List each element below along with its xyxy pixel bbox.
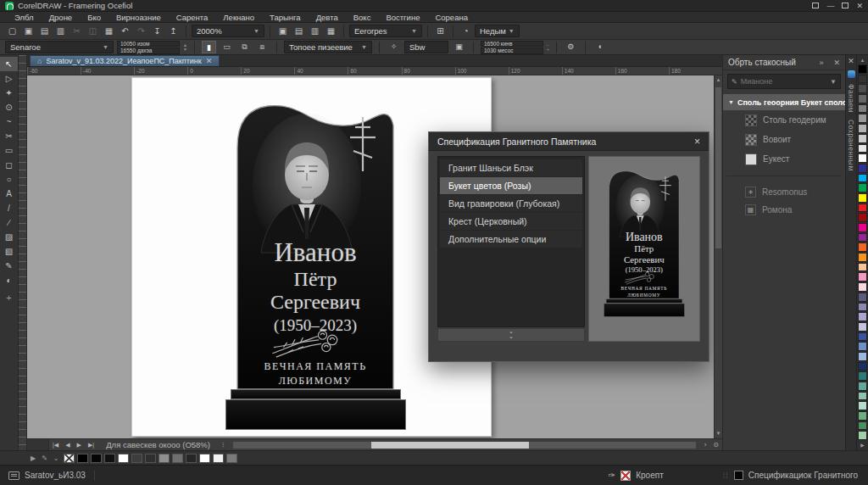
palette-color-swatch[interactable] xyxy=(858,303,867,312)
list-scroll-down-button[interactable]: ⌄ ⌄ xyxy=(437,328,585,342)
specification-list-item[interactable]: Крест (Церковный) xyxy=(440,213,582,230)
palette-color-swatch[interactable] xyxy=(858,282,867,292)
menu-item[interactable]: Бко xyxy=(80,13,108,22)
window-layout-icon[interactable]: ⊞ xyxy=(433,25,448,38)
page-nav-button[interactable]: |◀ xyxy=(49,442,62,449)
tool-icon[interactable]: ▨ xyxy=(0,230,18,244)
tray-color-swatch[interactable] xyxy=(118,454,129,463)
horizontal-scroll-thumb[interactable] xyxy=(371,442,529,449)
tool-icon[interactable]: ⊙ xyxy=(0,100,18,114)
tool-icon[interactable]: ▷ xyxy=(0,71,18,86)
toolbar-icon[interactable]: ✂ xyxy=(70,25,84,38)
scroll-up-icon[interactable]: ▲ xyxy=(715,75,722,85)
palette-color-swatch[interactable] xyxy=(858,75,867,84)
pages-button[interactable]: ⧈ xyxy=(255,41,270,53)
palette-color-swatch[interactable] xyxy=(858,242,867,252)
expand-arrow-icon[interactable]: ▼ xyxy=(728,99,734,105)
palette-color-swatch[interactable] xyxy=(858,401,867,410)
outline-status[interactable]: ✑ Кроепт xyxy=(609,471,664,481)
palette-color-swatch[interactable] xyxy=(858,134,867,143)
document-tab[interactable]: ⌂ Saratov_v_91.03.2022_ИеапоеПС_Пакптинк… xyxy=(30,55,220,66)
tool-icon[interactable]: ✎ xyxy=(0,259,18,273)
tool-icon[interactable]: / xyxy=(0,201,18,215)
view-mode-icon[interactable]: ▦ xyxy=(324,25,338,38)
portrait-page-button[interactable]: ▮ xyxy=(202,41,216,53)
dialog-title-bar[interactable]: Спецификация Гранитного Памятника × xyxy=(429,132,709,151)
settings-gear-icon[interactable]: ⚙ xyxy=(564,41,578,53)
width-field[interactable]: 16500 кинв xyxy=(481,41,543,47)
tray-expand-icon[interactable]: ▶ xyxy=(29,454,37,462)
tool-icon[interactable]: A xyxy=(0,187,18,201)
menu-item[interactable]: Тарынга xyxy=(262,13,309,22)
toolbar-icon[interactable]: ↶ xyxy=(118,25,132,38)
tool-icon[interactable]: ∕ xyxy=(0,215,18,230)
palette-color-swatch[interactable] xyxy=(858,94,867,103)
tool-icon[interactable]: ◐ xyxy=(0,273,18,287)
toolbar-icon[interactable]: ▣ xyxy=(21,25,36,38)
palette-color-swatch[interactable] xyxy=(858,144,867,153)
add-tool-button[interactable]: + xyxy=(0,291,18,305)
palette-color-swatch[interactable] xyxy=(858,203,867,213)
palette-scroll-up-icon[interactable]: ▲ xyxy=(858,56,867,64)
toolbar-icon[interactable]: ▤ xyxy=(37,25,52,38)
height-field[interactable]: 1030 месос xyxy=(481,47,543,54)
tray-color-swatch[interactable] xyxy=(226,454,237,463)
docker-search[interactable]: ✎ ▼ xyxy=(727,74,841,89)
launcher-select[interactable]: Недым ▼ xyxy=(475,25,520,37)
zoom-level-select[interactable]: 2000% ▼ xyxy=(192,25,264,37)
docker-side-tab[interactable]: Фанаем xyxy=(847,84,855,113)
page-preset-select[interactable]: Senaroe ▼ xyxy=(5,41,114,53)
minimize-button[interactable]: — xyxy=(826,2,834,10)
palette-color-swatch[interactable] xyxy=(858,233,867,242)
chevron-down-icon[interactable]: ⌄ xyxy=(52,454,61,462)
palette-color-swatch[interactable] xyxy=(858,411,867,421)
lock-ratio-icon[interactable]: ▣ xyxy=(452,41,466,53)
monument-design[interactable]: Иванов Пётр Сергеевич (1950–2023) ВЕЧНАЯ… xyxy=(225,97,406,430)
restore-button[interactable] xyxy=(842,3,849,8)
palette-color-swatch[interactable] xyxy=(858,431,867,440)
zoom-fit-icon[interactable]: ⊙ xyxy=(709,441,722,449)
tool-icon[interactable]: ◻ xyxy=(0,158,18,172)
tool-icon[interactable]: ○ xyxy=(0,172,18,187)
specification-list-item[interactable]: Дополнительные опции xyxy=(440,231,582,248)
palette-color-swatch[interactable] xyxy=(858,392,867,401)
landscape-page-button[interactable]: ▭ xyxy=(220,41,234,53)
vertical-scrollbar[interactable]: ▲ ▼ xyxy=(714,75,722,438)
page-nav-button[interactable]: ▶ xyxy=(74,442,85,449)
palette-color-swatch[interactable] xyxy=(858,371,867,381)
docker-side-tab[interactable]: Сохраненным xyxy=(847,120,855,171)
palette-color-swatch[interactable] xyxy=(858,223,867,232)
docker-extra-row[interactable]: ∗ Resomonus xyxy=(723,183,845,201)
menu-item[interactable]: Востгине xyxy=(378,13,427,22)
palette-color-swatch[interactable] xyxy=(858,421,867,431)
palette-color-swatch[interactable] xyxy=(858,84,867,93)
tab-close-icon[interactable]: ✕ xyxy=(206,57,213,65)
view-mode-icon[interactable]: ▤ xyxy=(292,25,306,38)
tray-color-swatch[interactable] xyxy=(104,454,115,463)
fill-status[interactable]: ⁞⁞ Спецификациок Гранитного xyxy=(723,471,858,480)
tray-color-swatch[interactable] xyxy=(131,454,142,463)
menu-item[interactable]: Вирноазние xyxy=(108,13,169,22)
layer-row[interactable]: Еукест xyxy=(723,149,845,169)
nudge-field[interactable]: Sbw xyxy=(404,41,448,53)
vertical-ruler[interactable] xyxy=(19,55,27,450)
palette-color-swatch[interactable] xyxy=(858,104,867,114)
palette-color-swatch[interactable] xyxy=(858,64,867,74)
tray-color-swatch[interactable] xyxy=(199,454,210,463)
toolbar-icon[interactable]: ▢ xyxy=(5,25,19,38)
palette-color-swatch[interactable] xyxy=(858,153,867,163)
drawing-canvas[interactable]: Иванов Пётр Сергеевич (1950–2023) ВЕЧНАЯ… xyxy=(27,75,714,438)
specification-list-item[interactable]: Гранит Шаньси Блэк xyxy=(440,159,582,176)
preset-select[interactable]: Eerorpes ▼ xyxy=(349,25,422,37)
palette-color-swatch[interactable] xyxy=(858,193,867,203)
tray-color-swatch[interactable] xyxy=(213,454,224,463)
palette-flyout-icon[interactable]: ▶ xyxy=(858,441,867,449)
palette-color-swatch[interactable] xyxy=(858,183,867,192)
palette-color-swatch[interactable] xyxy=(858,352,867,361)
specification-list-item[interactable]: Вид гравировки (Глубокая) xyxy=(440,195,582,212)
filter-icon[interactable]: ▼ xyxy=(830,78,837,86)
menu-item[interactable]: Сарента xyxy=(169,13,216,22)
palette-color-swatch[interactable] xyxy=(858,382,867,391)
toolbar-icon[interactable]: ◫ xyxy=(86,25,100,38)
page-nav-button[interactable]: ▶| xyxy=(85,442,97,449)
